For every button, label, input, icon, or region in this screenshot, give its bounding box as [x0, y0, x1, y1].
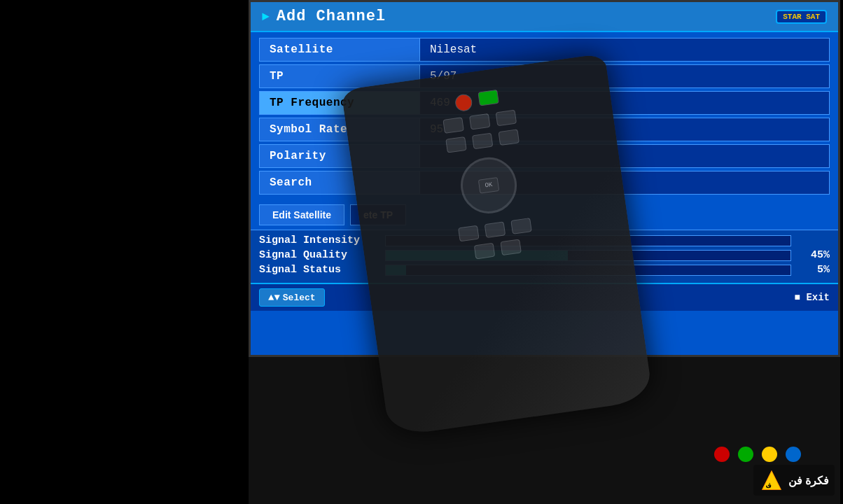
- label-satellite: Satellite: [259, 38, 420, 62]
- blue-function-button[interactable]: [786, 447, 801, 462]
- edit-satellite-button[interactable]: Edit Satellite: [259, 204, 344, 225]
- ok-button[interactable]: OK: [478, 177, 500, 194]
- signal-quality-pct: 45%: [798, 249, 830, 261]
- brand-logo: STAR SAT: [776, 10, 827, 24]
- screen-title: Add Channel: [277, 8, 386, 25]
- remote-btn-3[interactable]: [496, 110, 517, 127]
- exit-label[interactable]: ■ Exit: [795, 292, 830, 303]
- remote-btn-2[interactable]: [469, 113, 491, 130]
- arrows-icon: ▲▼: [268, 292, 280, 303]
- nav-circle: OK: [457, 154, 520, 217]
- title-bar: ► Add Channel STAR SAT: [251, 2, 838, 32]
- signal-status-label: Signal Status: [259, 264, 378, 276]
- exit-icon: ■: [795, 292, 800, 303]
- signal-quality-label: Signal Quality: [259, 249, 378, 261]
- remote-btn-4[interactable]: [445, 136, 467, 153]
- remote-btn-6[interactable]: [498, 129, 520, 146]
- green-function-button[interactable]: [738, 447, 753, 462]
- yellow-function-button[interactable]: [762, 447, 777, 462]
- svg-marker-0: [762, 471, 781, 490]
- remote-btn-1[interactable]: [443, 117, 464, 134]
- remote-btn-9[interactable]: [510, 218, 532, 234]
- remote-btn-5[interactable]: [472, 133, 494, 150]
- signal-intensity-label: Signal Intensity: [259, 234, 378, 246]
- select-button[interactable]: ▲▼ Select: [259, 288, 325, 307]
- select-label: Select: [283, 293, 316, 303]
- remote-btn-7[interactable]: [458, 225, 480, 242]
- watermark-text: فكرة فن: [788, 474, 829, 487]
- power-button[interactable]: [454, 93, 473, 112]
- remote-buttons: OK: [358, 76, 617, 272]
- dark-left-overlay: [0, 0, 249, 504]
- value-satellite: Nilesat: [420, 38, 830, 62]
- back-arrow-icon: ►: [262, 10, 270, 24]
- red-function-button[interactable]: [714, 447, 730, 462]
- svg-text:ف: ف: [765, 482, 771, 490]
- watermark-icon: ف: [759, 468, 784, 493]
- remote-btn-star[interactable]: [500, 239, 522, 255]
- menu-row-satellite[interactable]: Satellite Nilesat: [259, 38, 830, 62]
- remote-control: OK: [341, 53, 653, 437]
- green-button[interactable]: [478, 90, 499, 106]
- watermark: ف فكرة فن: [753, 465, 835, 496]
- remote-btn-0[interactable]: [474, 243, 496, 260]
- remote-btn-8[interactable]: [485, 221, 506, 238]
- colored-function-buttons: [714, 447, 801, 462]
- signal-status-pct: 5%: [798, 264, 830, 276]
